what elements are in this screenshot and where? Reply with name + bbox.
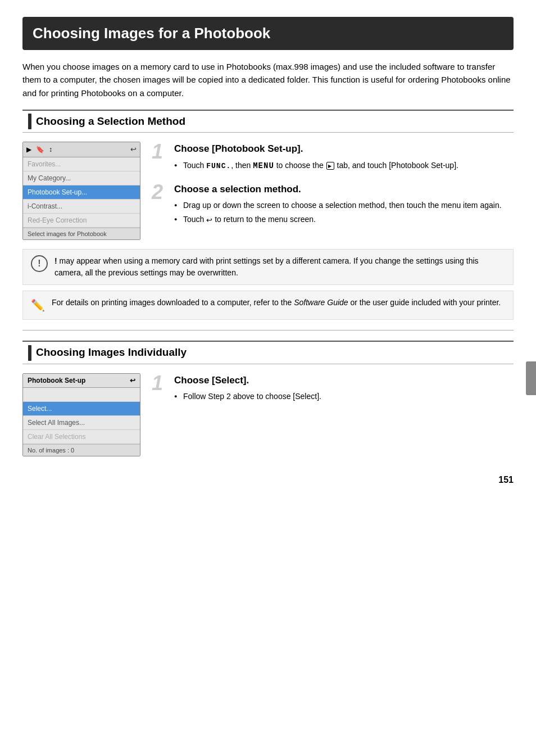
step2-number: 2 bbox=[152, 182, 167, 228]
section2-content: Photobook Set-up ↩ Select... Select All … bbox=[22, 373, 514, 457]
sort-icon: ↕ bbox=[49, 144, 52, 155]
screen2-empty-row bbox=[23, 388, 140, 402]
step2-item: 2 Choose a selection method. Drag up or … bbox=[152, 182, 514, 228]
menu-item-icontrast: i-Contrast... bbox=[23, 200, 140, 214]
menu-item2-select: Select... bbox=[23, 402, 140, 416]
section1-header: Choosing a Selection Method bbox=[22, 110, 514, 133]
step2-body: Choose a selection method. Drag up or do… bbox=[174, 182, 502, 228]
screen1-menu: Favorites... My Category... Photobook Se… bbox=[23, 157, 140, 228]
section2-step1-bullets: Follow Step 2 above to choose [Select]. bbox=[174, 391, 321, 402]
section-bar bbox=[28, 114, 31, 129]
warning-note: ! ! may appear when using a memory card … bbox=[22, 249, 514, 285]
step2-bullets: Drag up or down the screen to choose a s… bbox=[174, 200, 502, 225]
page-title-box: Choosing Images for a Photobook bbox=[22, 17, 514, 50]
func-text: FUNC. bbox=[206, 162, 231, 170]
step1-bullet1: Touch FUNC., then MENU to choose the tab… bbox=[174, 160, 458, 172]
return-icon: ↩ bbox=[206, 215, 212, 226]
camera-screen-1: ▶ 🔖 ↕ ↩ Favorites... My Category... Phot… bbox=[22, 142, 140, 240]
intro-paragraph: When you choose images on a memory card … bbox=[22, 60, 514, 99]
screen2-menu: Select... Select All Images... Clear All… bbox=[23, 388, 140, 444]
warning-icon: ! bbox=[31, 255, 48, 272]
section2-step1-heading: Choose [Select]. bbox=[174, 373, 321, 388]
section-divider bbox=[22, 330, 514, 331]
section2-step1-body: Choose [Select]. Follow Step 2 above to … bbox=[174, 373, 321, 405]
step1-item: 1 Choose [Photobook Set-up]. Touch FUNC.… bbox=[152, 142, 514, 174]
section2-step1-number: 1 bbox=[152, 373, 167, 405]
menu-text: MENU bbox=[253, 161, 274, 170]
section2-steps: 1 Choose [Select]. Follow Step 2 above t… bbox=[152, 373, 514, 457]
section2-header: Choosing Images Individually bbox=[22, 341, 514, 364]
side-tab bbox=[526, 361, 536, 395]
section2-bar bbox=[28, 345, 31, 361]
software-guide-ref: Software Guide bbox=[294, 298, 348, 307]
screen2-status: No. of images : 0 bbox=[23, 444, 140, 456]
step1-heading: Choose [Photobook Set-up]. bbox=[174, 142, 458, 156]
warning-exclamation: ! bbox=[54, 256, 57, 265]
menu-item2-clearall: Clear All Selections bbox=[23, 430, 140, 444]
section2-bullet1: Follow Step 2 above to choose [Select]. bbox=[174, 391, 321, 402]
screen1-status: Select images for Photobook bbox=[23, 228, 140, 240]
step2-heading: Choose a selection method. bbox=[174, 182, 502, 197]
section2-title: Choosing Images Individually bbox=[36, 345, 187, 361]
menu-item-photobook-setup: Photobook Set-up... bbox=[23, 185, 140, 200]
pencil-icon: ✏️ bbox=[31, 297, 45, 314]
menu-item2-selectall: Select All Images... bbox=[23, 416, 140, 430]
play-tab-icon bbox=[326, 162, 334, 170]
menu-item-mycategory: My Category... bbox=[23, 171, 140, 185]
screen1-top-bar: ▶ 🔖 ↕ ↩ bbox=[23, 142, 140, 157]
info-note-content: For details on printing images downloade… bbox=[52, 297, 505, 309]
screen2-title: Photobook Set-up bbox=[28, 375, 85, 386]
bookmark-icon: 🔖 bbox=[36, 144, 44, 155]
back-icon: ↩ bbox=[130, 144, 137, 155]
screen1-icons: ▶ 🔖 ↕ bbox=[26, 144, 52, 155]
step2-bullet2: Touch ↩ to return to the menu screen. bbox=[174, 214, 502, 225]
info-note: ✏️ For details on printing images downlo… bbox=[22, 291, 514, 320]
step1-bullets: Touch FUNC., then MENU to choose the tab… bbox=[174, 160, 458, 172]
section2-step1-item: 1 Choose [Select]. Follow Step 2 above t… bbox=[152, 373, 514, 405]
menu-item-redeye: Red-Eye Correction bbox=[23, 214, 140, 228]
section1-steps: 1 Choose [Photobook Set-up]. Touch FUNC.… bbox=[152, 142, 514, 240]
section1-title: Choosing a Selection Method bbox=[36, 114, 185, 130]
play-icon: ▶ bbox=[26, 144, 31, 155]
section1-content: ▶ 🔖 ↕ ↩ Favorites... My Category... Phot… bbox=[22, 142, 514, 240]
step1-number: 1 bbox=[152, 142, 167, 174]
screen2-top-bar: Photobook Set-up ↩ bbox=[23, 374, 140, 388]
step2-bullet1: Drag up or down the screen to choose a s… bbox=[174, 200, 502, 211]
step1-body: Choose [Photobook Set-up]. Touch FUNC., … bbox=[174, 142, 458, 174]
camera-screen-2: Photobook Set-up ↩ Select... Select All … bbox=[22, 373, 140, 457]
screen2-back-icon: ↩ bbox=[130, 375, 135, 386]
page-title: Choosing Images for a Photobook bbox=[33, 22, 503, 44]
warning-note-content: ! may appear when using a memory card wi… bbox=[54, 255, 505, 279]
page-number: 151 bbox=[22, 473, 514, 487]
menu-item-favorites: Favorites... bbox=[23, 157, 140, 171]
